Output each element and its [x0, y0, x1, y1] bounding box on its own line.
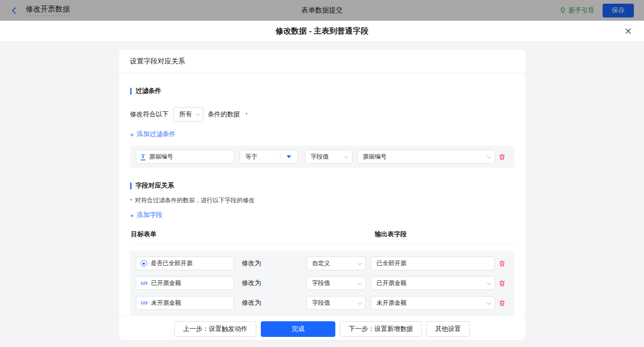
- modify-to-label: 修改为: [242, 259, 261, 267]
- section-bar-icon: [130, 182, 132, 189]
- plus-icon: +: [130, 131, 134, 138]
- output-field-column-header: 输出表字段: [375, 230, 407, 239]
- match-condition-row: 修改符合以下 所有 条件的数据 *: [130, 107, 514, 122]
- mapping-row: 123 未开票金额 修改为 字段值 未开票金额: [136, 296, 509, 310]
- trash-icon: [498, 153, 506, 161]
- filter-field-select[interactable]: T 票据编号: [136, 150, 234, 164]
- match-mode-value: 所有: [179, 110, 192, 119]
- mapping-row: 123 已开票金额 修改为 字段值 已开票金额: [136, 276, 509, 290]
- mapping-section-title: 字段对应关系: [130, 182, 514, 190]
- filter-conditions-box: T 票据编号 等于 字段值 票据编号: [130, 146, 514, 168]
- filter-value-select[interactable]: 票据编号: [357, 150, 495, 164]
- done-button[interactable]: 完成: [261, 321, 335, 337]
- card-content: 过滤条件 修改符合以下 所有 条件的数据 * + 添加过滤条件 T: [119, 73, 525, 315]
- match-prefix-label: 修改符合以下: [130, 110, 169, 119]
- mapping-row: 是否已全部开票 修改为 自定义: [136, 256, 509, 270]
- next-step-button[interactable]: 下一步：设置新增数据: [340, 321, 422, 337]
- target-form-column-header: 目标表单: [131, 230, 375, 239]
- chevron-down-icon: [344, 154, 348, 159]
- filter-field-value: 票据编号: [149, 153, 173, 161]
- filter-condition-row: T 票据编号 等于 字段值 票据编号: [136, 150, 509, 164]
- target-field-select[interactable]: 123 已开票金额: [136, 276, 234, 290]
- chevron-down-icon: [357, 261, 362, 265]
- target-field-select[interactable]: 是否已全部开票: [136, 256, 234, 270]
- output-field-value: 已开票金额: [377, 279, 407, 287]
- guide-label: 新手引导: [569, 6, 594, 15]
- modal-header: 修改数据 - 主表到普通字段 ✕: [0, 21, 644, 42]
- mapping-table-header: 目标表单 输出表字段: [130, 230, 514, 245]
- target-field-value: 是否已全部开票: [151, 259, 193, 267]
- beginner-guide-button[interactable]: 新手引导: [559, 6, 594, 15]
- add-filter-condition-label: 添加过滤条件: [137, 130, 175, 138]
- delete-mapping-button[interactable]: [498, 260, 506, 267]
- delete-mapping-button[interactable]: [498, 279, 506, 287]
- modify-to-label: 修改为: [242, 299, 261, 307]
- plus-icon: +: [130, 211, 134, 219]
- chevron-down-icon: [357, 300, 362, 305]
- trash-icon: [498, 260, 506, 267]
- filter-value: 票据编号: [363, 153, 387, 161]
- chevron-down-icon: [357, 280, 362, 285]
- target-field-value: 已开票金额: [151, 279, 181, 287]
- delete-mapping-button[interactable]: [498, 299, 506, 307]
- operator-dropdown-zone[interactable]: [280, 150, 298, 163]
- mapping-description-text: 对符合过滤条件的数据，进行以下字段的修改: [135, 196, 255, 205]
- chevron-down-icon: [486, 300, 491, 305]
- close-icon[interactable]: ✕: [624, 27, 632, 36]
- output-field-select[interactable]: 已开票金额: [371, 276, 495, 290]
- value-type: 字段值: [312, 299, 330, 307]
- target-field-value: 未开票金额: [151, 299, 181, 307]
- filter-section-title: 过滤条件: [130, 87, 514, 95]
- output-field-value: 未开票金额: [377, 299, 407, 307]
- page-title: 表单数据提交: [0, 6, 644, 15]
- chevron-down-icon: [196, 112, 200, 115]
- chevron-down-icon: [486, 280, 491, 285]
- card-footer: 上一步：设置触发动作 完成 下一步：设置新增数据 其他设置: [119, 315, 525, 340]
- match-mode-select[interactable]: 所有: [173, 107, 203, 122]
- match-suffix-label: 条件的数据: [208, 110, 240, 119]
- custom-value-input[interactable]: [371, 256, 495, 270]
- add-field-link[interactable]: + 添加字段: [130, 211, 163, 219]
- target-field-select[interactable]: 123 未开票金额: [136, 296, 234, 310]
- mapping-description: * 对符合过滤条件的数据，进行以下字段的修改: [130, 196, 514, 205]
- modal-body: 设置字段对应关系 过滤条件 修改符合以下 所有 条件的数据 * + 添加过滤条件: [0, 42, 644, 347]
- top-app-bar: 修改开票数据 表单数据提交 新手引导 保存: [0, 0, 644, 21]
- value-type: 字段值: [312, 279, 330, 287]
- filter-operator-value: 等于: [240, 153, 280, 161]
- value-type-select[interactable]: 字段值: [306, 276, 366, 290]
- save-button[interactable]: 保存: [603, 4, 634, 17]
- filter-value-type: 字段值: [311, 153, 329, 161]
- filter-section-label: 过滤条件: [136, 87, 161, 95]
- output-field-select[interactable]: 未开票金额: [371, 296, 495, 310]
- value-type: 自定义: [312, 259, 330, 267]
- add-field-label: 添加字段: [137, 211, 162, 219]
- radio-field-type-icon: [141, 260, 147, 267]
- value-type-select[interactable]: 自定义: [306, 256, 366, 270]
- mapping-section-label: 字段对应关系: [136, 182, 174, 190]
- trash-icon: [498, 299, 506, 307]
- section-bar-icon: [130, 88, 132, 95]
- modal-title: 修改数据 - 主表到普通字段: [276, 26, 368, 36]
- trash-icon: [498, 279, 506, 287]
- card-header-title: 设置字段对应关系: [119, 50, 525, 73]
- filter-value-type-select[interactable]: 字段值: [305, 150, 352, 164]
- number-field-type-icon: 123: [141, 301, 148, 305]
- lightbulb-icon: [559, 7, 566, 14]
- modify-to-label: 修改为: [242, 279, 261, 287]
- text-field-type-icon: T: [141, 153, 146, 160]
- prev-step-button[interactable]: 上一步：设置触发动作: [174, 321, 256, 337]
- filter-operator-select[interactable]: 等于: [240, 150, 298, 164]
- number-field-type-icon: 123: [141, 281, 148, 285]
- required-asterisk: *: [246, 111, 248, 118]
- chevron-down-icon: [486, 154, 491, 159]
- required-asterisk: *: [130, 197, 132, 204]
- delete-filter-button[interactable]: [498, 153, 506, 161]
- settings-card: 设置字段对应关系 过滤条件 修改符合以下 所有 条件的数据 * + 添加过滤条件: [119, 50, 525, 340]
- triangle-down-icon: [287, 155, 291, 158]
- other-settings-button[interactable]: 其他设置: [426, 321, 470, 337]
- add-filter-condition-link[interactable]: + 添加过滤条件: [130, 130, 176, 138]
- value-type-select[interactable]: 字段值: [306, 296, 366, 310]
- field-mapping-box: 是否已全部开票 修改为 自定义: [130, 251, 514, 315]
